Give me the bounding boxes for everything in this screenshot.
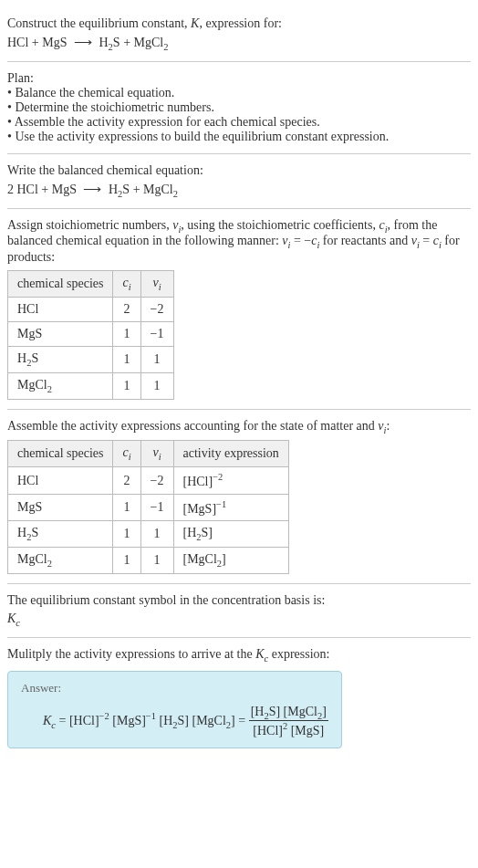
ans-t1: [HCl] — [69, 714, 99, 727]
th-species: chemical species — [8, 441, 113, 467]
sp: MgCl — [17, 552, 47, 566]
act2: ] — [222, 552, 226, 566]
sp: MgS — [17, 327, 42, 340]
td-species: HCl — [8, 297, 113, 321]
intro-text: Construct the equilibrium constant, K, e… — [7, 16, 471, 31]
td-species: MgCl2 — [8, 372, 113, 399]
sp-sub: 2 — [47, 384, 52, 394]
symbol-kc: Kc — [7, 612, 471, 628]
activity-table: chemical species ci νi activity expressi… — [7, 440, 289, 574]
intro-k: K — [191, 16, 199, 30]
td-sp: H2S — [8, 521, 113, 548]
td-nu: −1 — [140, 494, 173, 521]
bal-hcl: HCl — [17, 183, 38, 196]
ans-t3: [H — [156, 714, 172, 727]
assign-neg: = − — [290, 234, 311, 247]
bal-s: S — [122, 183, 130, 196]
mul-pre: Mulitply the activity expressions to arr… — [7, 647, 255, 661]
td-act: [MgS]−1 — [173, 494, 288, 521]
td-c: 1 — [113, 494, 140, 521]
ans-eq: = — [56, 714, 69, 727]
intro-post: , expression for: — [199, 16, 282, 30]
eq-mgcl-sub: 2 — [163, 42, 168, 52]
ans-t3b: S] [MgCl — [178, 714, 226, 727]
arrow-icon: ⟶ — [74, 35, 92, 50]
td-nu: −1 — [140, 321, 173, 346]
balanced-section: Write the balanced chemical equation: 2 … — [7, 154, 471, 209]
table-row: MgCl2 1 1 — [8, 372, 174, 399]
assign-eq: = — [420, 234, 433, 247]
assign-t4: for reactants and — [319, 234, 410, 247]
sp: MgCl — [17, 378, 47, 392]
th-c-i: i — [129, 282, 131, 292]
plan-item-1: • Balance the chemical equation. — [7, 86, 471, 100]
td-nu: 1 — [140, 521, 173, 548]
eq-s: S — [113, 36, 120, 49]
table-row: MgS 1 −1 [MgS]−1 — [8, 494, 289, 521]
table-row: HCl 2 −2 — [8, 297, 174, 321]
mul-post: expression: — [268, 647, 329, 661]
bal-h: H — [109, 183, 118, 196]
num-t3: ] — [322, 705, 327, 718]
td-sp: MgCl2 — [8, 548, 113, 574]
sp: H — [17, 351, 26, 365]
td-nu: −2 — [140, 467, 173, 495]
eq-hcl: HCl — [7, 36, 28, 49]
td-nu: −2 — [140, 297, 173, 321]
table-row: HCl 2 −2 [HCl]−2 — [8, 467, 289, 495]
table-row: MgCl2 1 1 [MgCl2] — [8, 548, 289, 574]
intro-equation: HCl + MgS ⟶ H2S + MgCl2 — [7, 35, 471, 52]
act-sup: −2 — [213, 472, 223, 482]
th-nu-i: i — [159, 452, 161, 462]
table-header-row: chemical species ci νi activity expressi… — [8, 441, 289, 467]
act: [HCl] — [183, 475, 213, 488]
td-c: 2 — [113, 467, 140, 495]
td-c: 1 — [113, 346, 140, 372]
td-sp: HCl — [8, 467, 113, 495]
mul-k: K — [255, 647, 264, 661]
eq-mgs: MgS — [42, 36, 67, 49]
td-c: 1 — [113, 548, 140, 574]
ans-t2: [MgS] — [109, 714, 146, 727]
td-act: [H2S] — [173, 521, 288, 548]
den-t: [HCl] — [253, 724, 283, 737]
eq-mgcl: MgCl — [134, 36, 164, 49]
multiply-section: Mulitply the activity expressions to arr… — [7, 638, 471, 758]
bal-mgcl-sub: 2 — [173, 189, 178, 199]
td-c: 1 — [113, 372, 140, 399]
td-nu: 1 — [140, 346, 173, 372]
fraction: [H2S] [MgCl2][HCl]2 [MgS] — [249, 705, 328, 738]
th-act: activity expression — [173, 441, 288, 467]
symbol-section: The equilibrium constant symbol in the c… — [7, 584, 471, 638]
th-nu-i: i — [159, 282, 161, 292]
as-pre: Assemble the activity expressions accoun… — [7, 419, 378, 433]
sym-k: K — [7, 612, 16, 625]
th-nu: νi — [140, 271, 173, 298]
assemble-header: Assemble the activity expressions accoun… — [7, 419, 471, 435]
table-row: MgS 1 −1 — [8, 321, 174, 346]
assemble-section: Assemble the activity expressions accoun… — [7, 410, 471, 585]
act-sup: −1 — [216, 499, 226, 509]
act: [MgCl — [183, 552, 217, 566]
td-act: [HCl]−2 — [173, 467, 288, 495]
table-header-row: chemical species ci νi — [8, 271, 174, 298]
den-t2: [MgS] — [287, 724, 324, 737]
numerator: [H2S] [MgCl2] — [249, 705, 328, 722]
assign-t2: , using the stoichiometric coefficients, — [181, 218, 379, 232]
eq-h: H — [99, 36, 108, 49]
sp: HCl — [17, 302, 38, 316]
ans-t3c: ] = — [231, 714, 249, 727]
plan-section: Plan: • Balance the chemical equation. •… — [7, 62, 471, 154]
stoich-table: chemical species ci νi HCl 2 −2 MgS 1 −1… — [7, 270, 174, 399]
symbol-line1: The equilibrium constant symbol in the c… — [7, 593, 471, 608]
table-row: H2S 1 1 [H2S] — [8, 521, 289, 548]
balanced-header: Write the balanced chemical equation: — [7, 163, 471, 178]
intro-pre: Construct the equilibrium constant, — [7, 16, 191, 30]
plan-item-2: • Determine the stoichiometric numbers. — [7, 100, 471, 115]
bal-coef1: 2 — [7, 183, 14, 196]
td-species: H2S — [8, 346, 113, 372]
bal-mgcl: MgCl — [143, 183, 173, 196]
th-species: chemical species — [8, 271, 113, 298]
td-sp: MgS — [8, 494, 113, 521]
as-post: : — [386, 419, 390, 433]
